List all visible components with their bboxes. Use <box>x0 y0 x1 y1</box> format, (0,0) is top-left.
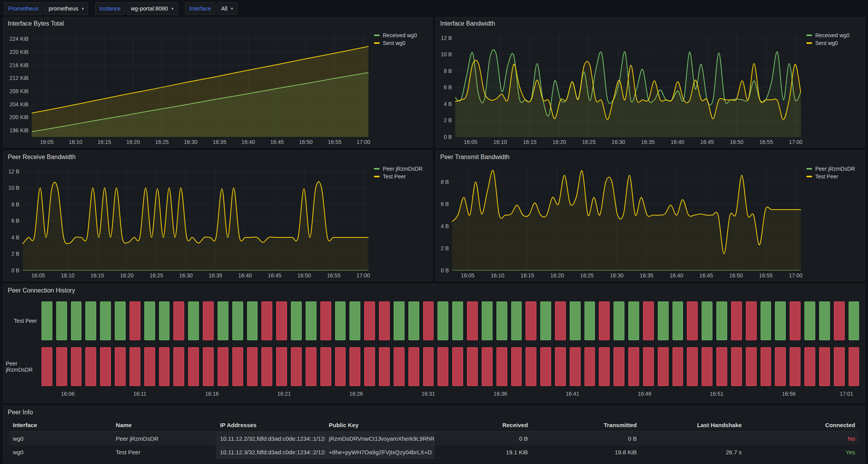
timeline-bars <box>41 347 859 386</box>
state-bar <box>643 347 654 386</box>
panel-title[interactable]: Peer Info <box>3 406 865 419</box>
timeline-tick-label: 16:16 <box>205 391 219 397</box>
table-cell: 0 B <box>435 432 532 445</box>
svg-text:17:00: 17:00 <box>356 139 370 145</box>
legend-item[interactable]: Peer jRzmDsDR <box>374 166 429 172</box>
var-select-interface[interactable]: All ▾ <box>217 2 237 15</box>
timeline-tick-label: 16:26 <box>349 391 363 397</box>
svg-text:16:50: 16:50 <box>730 139 744 145</box>
state-bar <box>834 347 845 386</box>
legend-item[interactable]: Test Peer <box>374 173 429 180</box>
svg-text:12 B: 12 B <box>441 35 452 41</box>
chart-wrap: 0 B2 B4 B6 B8 B10 B12 B16:0516:1016:1516… <box>436 30 865 147</box>
state-bar <box>423 347 434 386</box>
svg-text:224 KiB: 224 KiB <box>10 36 29 42</box>
state-bar <box>614 347 624 386</box>
svg-text:4 B: 4 B <box>444 101 452 107</box>
var-label-interface: Interface <box>185 2 215 15</box>
state-bar <box>203 301 214 340</box>
state-bar <box>849 301 859 340</box>
svg-text:8 B: 8 B <box>11 201 19 208</box>
column-header[interactable]: Public Key <box>325 419 435 432</box>
svg-text:208 KiB: 208 KiB <box>10 88 29 94</box>
state-bar <box>56 347 67 386</box>
state-bar <box>364 301 375 340</box>
column-header[interactable]: Name <box>112 419 216 432</box>
column-header[interactable]: IP Addresses <box>216 419 325 432</box>
state-bar <box>130 347 140 386</box>
svg-text:16:30: 16:30 <box>612 139 625 145</box>
legend-item[interactable]: Sent wg0 <box>806 40 861 46</box>
legend-item-label: Test Peer <box>815 173 838 180</box>
state-bar <box>658 301 669 340</box>
state-bar <box>379 301 390 340</box>
svg-text:10 B: 10 B <box>8 185 19 191</box>
panel-title[interactable]: Peer Receive Bandwidth <box>3 151 432 163</box>
svg-text:16:50: 16:50 <box>729 272 743 279</box>
chart-wrap: 196 KiB200 KiB204 KiB208 KiB212 KiB216 K… <box>3 30 432 147</box>
var-select-prometheus[interactable]: prometheus ▾ <box>44 2 88 15</box>
var-value-interface: All <box>221 5 227 12</box>
state-bar <box>56 301 67 340</box>
state-bar <box>115 347 126 386</box>
legend-item[interactable]: Peer jRzmDsDR <box>806 166 861 172</box>
svg-text:16:15: 16:15 <box>520 272 534 279</box>
column-header[interactable]: Transmitted <box>532 419 641 432</box>
state-bar <box>804 347 815 386</box>
legend-item[interactable]: Sent wg0 <box>374 40 429 46</box>
state-bar <box>790 347 801 386</box>
svg-text:2 B: 2 B <box>444 117 452 123</box>
svg-text:16:30: 16:30 <box>610 272 624 279</box>
chart-svg: 196 KiB200 KiB204 KiB208 KiB212 KiB216 K… <box>6 30 372 146</box>
legend-item[interactable]: Test Peer <box>806 173 861 180</box>
state-bar <box>452 347 463 386</box>
state-bar <box>673 347 683 386</box>
state-bar <box>482 301 493 340</box>
var-label-prometheus: Prometheus <box>4 2 43 15</box>
panel-title[interactable]: Peer Connection History <box>3 284 865 297</box>
time-series-chart: 0 B2 B4 B6 B8 B10 B12 B16:0516:1016:1516… <box>6 163 372 280</box>
time-series-chart: 0 B2 B4 B6 B8 B16:0516:1016:1516:2016:25… <box>438 163 804 280</box>
svg-text:16:35: 16:35 <box>209 272 222 279</box>
svg-text:16:25: 16:25 <box>150 272 163 279</box>
timeline-rows: Test PeerPeer jRzmDsDR <box>6 301 859 389</box>
chevron-down-icon: ▾ <box>82 7 84 11</box>
table-cell: 0 B <box>532 432 641 445</box>
state-bar <box>115 301 126 340</box>
state-bar <box>804 301 815 340</box>
panel-title[interactable]: Interface Bandwidth <box>436 17 865 30</box>
grafana-dashboard: Prometheus prometheus ▾ Instance wg-port… <box>0 0 868 463</box>
svg-text:16:40: 16:40 <box>238 272 252 279</box>
state-bar <box>291 347 302 386</box>
var-select-instance[interactable]: wg-portal:8080 ▾ <box>126 2 178 15</box>
timeline-row-label: Test Peer <box>6 301 41 340</box>
legend-item-label: Peer jRzmDsDR <box>383 166 423 172</box>
state-bar <box>526 301 536 340</box>
panel-title[interactable]: Peer Transmit Bandwidth <box>436 151 865 163</box>
legend-item-label: Sent wg0 <box>383 40 405 46</box>
panel-title[interactable]: Interface Bytes Total <box>3 17 432 30</box>
timeline-tick-label: 16:46 <box>638 391 651 397</box>
timeline-tick-label: 16:21 <box>277 391 291 397</box>
table-cell: wg0 <box>9 445 112 459</box>
state-bar <box>658 347 669 386</box>
column-header[interactable]: Last Handshake <box>641 419 746 432</box>
state-bar <box>731 301 742 340</box>
legend-item[interactable]: Received wg0 <box>374 32 429 38</box>
svg-text:0 B: 0 B <box>444 134 452 140</box>
column-header[interactable]: Connected <box>745 419 859 432</box>
timeline-tick-label: 16:56 <box>782 391 795 397</box>
state-timeline: Test PeerPeer jRzmDsDR 16:0616:1116:1616… <box>3 297 865 402</box>
column-header[interactable]: Received <box>435 419 532 432</box>
state-bar <box>379 347 390 386</box>
svg-text:16:45: 16:45 <box>700 139 714 145</box>
legend-item[interactable]: Received wg0 <box>806 32 861 38</box>
svg-text:16:05: 16:05 <box>464 139 477 145</box>
svg-text:16:50: 16:50 <box>299 139 313 145</box>
svg-text:4 B: 4 B <box>11 234 19 241</box>
svg-text:2 B: 2 B <box>441 245 449 251</box>
state-bar <box>628 347 639 386</box>
state-bar <box>452 301 463 340</box>
state-bar <box>247 347 258 386</box>
column-header[interactable]: Interface <box>9 419 112 432</box>
